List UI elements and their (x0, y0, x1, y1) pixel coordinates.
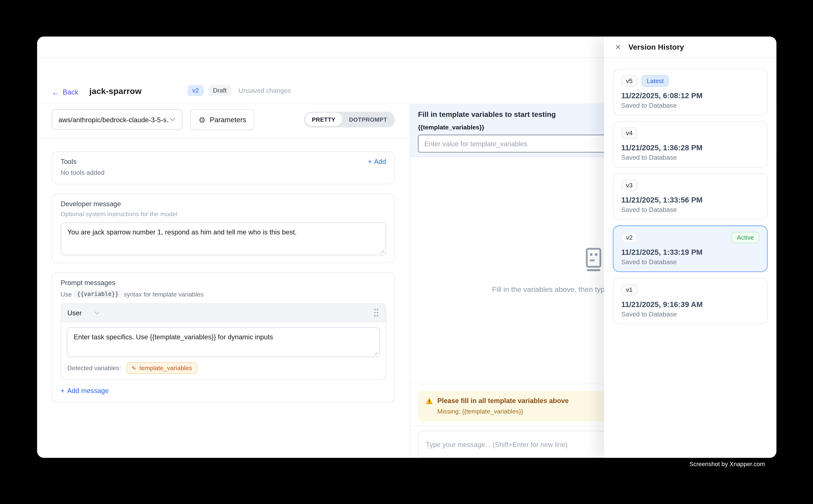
developer-message-subtitle: Optional system instructions for the mod… (61, 210, 386, 218)
version-card-v5[interactable]: v5 Latest 11/22/2025, 6:08:12 PM Saved t… (613, 69, 768, 115)
model-toolbar: aws/anthropic/bedrock-claude-3-5-s... ⚙ … (37, 104, 410, 139)
prompt-messages-title: Prompt messages (61, 279, 386, 287)
version-date: 11/21/2025, 1:33:56 PM (621, 196, 759, 204)
version-number-badge: v4 (621, 127, 637, 139)
prompt-message-input[interactable]: Enter task specifics. Use {{template_var… (67, 327, 380, 357)
prompt-messages-card: Prompt messages Use {{variable}} syntax … (52, 272, 395, 402)
back-label: Back (63, 88, 78, 96)
version-date: 11/21/2025, 1:36:28 PM (621, 144, 759, 152)
version-card-v1[interactable]: v1 11/21/2025, 9:16:39 AM Saved to Datab… (613, 278, 768, 324)
back-button[interactable]: ← Back (52, 88, 78, 96)
version-saved-status: Saved to Database (621, 258, 759, 266)
warning-icon (425, 397, 433, 404)
tools-title: Tools (61, 158, 76, 165)
version-number-badge: v3 (621, 180, 637, 191)
version-history-panel: ✕ Version History v5 Latest 11/22/2025, … (604, 37, 776, 458)
editor-cards: Tools + Add No tools added Developer mes… (37, 139, 410, 415)
chevron-down-icon (94, 311, 100, 315)
close-icon[interactable]: ✕ (615, 43, 621, 51)
hint-prefix: Use (61, 291, 72, 298)
parameters-button[interactable]: ⚙ Parameters (190, 109, 255, 130)
variable-code-chip: {{variable}} (74, 290, 121, 298)
model-select-value: aws/anthropic/bedrock-claude-3-5-s... (59, 116, 169, 123)
editor-column: aws/anthropic/bedrock-claude-3-5-s... ⚙ … (37, 104, 410, 458)
draft-badge: Draft (208, 85, 231, 96)
xnapper-watermark: Screenshot by Xnapper.com (689, 461, 765, 467)
unsaved-changes-note: Unsaved changes (239, 87, 291, 94)
parameters-label: Parameters (210, 116, 246, 123)
active-badge: Active (732, 232, 759, 243)
template-syntax-hint: Use {{variable}} syntax for template var… (61, 290, 386, 298)
version-card-v3[interactable]: v3 11/21/2025, 1:33:56 PM Saved to Datab… (613, 173, 768, 220)
page-title: jack-sparrow (89, 87, 142, 96)
gear-icon: ⚙ (198, 116, 206, 123)
role-select-value: User (67, 309, 82, 317)
version-date: 11/22/2025, 6:08:12 PM (621, 91, 759, 100)
bot-icon (583, 247, 603, 271)
version-date: 11/21/2025, 1:33:19 PM (621, 248, 759, 256)
developer-message-input[interactable]: You are jack sparrow number 1, respond a… (61, 222, 386, 255)
back-arrow-icon: ← (52, 88, 59, 96)
view-mode-toggle: PRETTY DOTPROMPT (304, 112, 395, 127)
chevron-down-icon (169, 117, 175, 122)
latest-badge: Latest (642, 75, 669, 87)
version-saved-status: Saved to Database (621, 154, 759, 161)
toggle-pretty[interactable]: PRETTY (305, 113, 342, 126)
app-window: ← Back jack-sparrow v2 Draft Unsaved cha… (37, 37, 776, 458)
role-select[interactable]: User (67, 309, 100, 317)
detected-variables-row: Detected variables: ✎ template_variables (61, 361, 386, 380)
status-badges: v2 Draft Unsaved changes (187, 85, 291, 96)
tools-empty-text: No tools added (61, 169, 386, 176)
detected-variable-chip[interactable]: ✎ template_variables (126, 362, 197, 374)
version-date: 11/21/2025, 9:16:39 AM (621, 300, 759, 308)
version-saved-status: Saved to Database (621, 102, 759, 109)
add-tool-label: Add (374, 158, 386, 165)
version-badge: v2 (187, 85, 204, 96)
version-history-title: Version History (629, 43, 684, 51)
add-tool-button[interactable]: + Add (368, 158, 386, 165)
version-number-badge: v2 (621, 232, 637, 243)
prompt-message-block: User (61, 303, 386, 380)
screenshot-stage: ← Back jack-sparrow v2 Draft Unsaved cha… (0, 0, 813, 504)
detected-variable-name: template_variables (139, 364, 192, 372)
message-role-header: User (61, 304, 386, 322)
version-card-v4[interactable]: v4 11/21/2025, 1:36:28 PM Saved to Datab… (613, 121, 768, 168)
version-list: v5 Latest 11/22/2025, 6:08:12 PM Saved t… (604, 58, 776, 335)
tools-card: Tools + Add No tools added (52, 151, 395, 184)
add-message-label: Add message (67, 387, 109, 395)
version-saved-status: Saved to Database (621, 206, 759, 214)
developer-message-card: Developer message Optional system instru… (52, 194, 395, 263)
plus-icon: + (368, 158, 372, 165)
add-message-button[interactable]: + Add message (61, 387, 109, 395)
hint-suffix: syntax for template variables (124, 291, 204, 298)
detected-variables-label: Detected variables: (67, 364, 121, 372)
plus-icon: + (61, 387, 64, 395)
toggle-dotprompt[interactable]: DOTPROMPT (342, 113, 394, 126)
version-saved-status: Saved to Database (621, 311, 759, 318)
developer-message-title: Developer message (61, 200, 386, 208)
version-history-header: ✕ Version History (604, 37, 776, 58)
drag-handle-icon[interactable] (373, 308, 379, 317)
version-card-v2-active[interactable]: v2 Active 11/21/2025, 1:33:19 PM Saved t… (613, 226, 768, 272)
pencil-icon: ✎ (131, 365, 136, 371)
version-number-badge: v1 (621, 284, 637, 295)
model-select[interactable]: aws/anthropic/bedrock-claude-3-5-s... (52, 109, 182, 130)
warning-title: Please fill in all template variables ab… (437, 397, 569, 404)
version-number-badge: v5 (621, 75, 637, 87)
